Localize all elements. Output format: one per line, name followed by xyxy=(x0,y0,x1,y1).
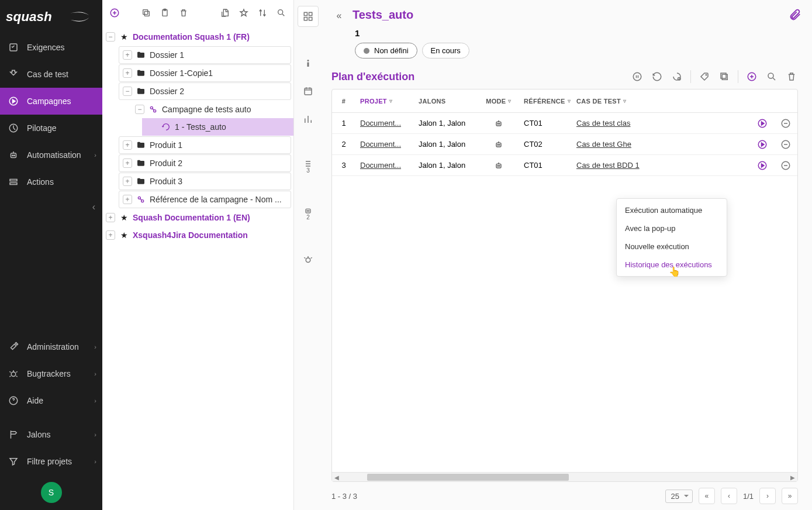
next-page-button[interactable]: › xyxy=(759,488,776,504)
status-running-pill[interactable]: En cours xyxy=(422,43,469,58)
prev-page-button[interactable]: ‹ xyxy=(721,488,737,504)
ctx-auto-execution[interactable]: Exécution automatique xyxy=(617,201,727,219)
col-jalons[interactable]: JALONS xyxy=(414,98,478,105)
paste-button[interactable] xyxy=(158,6,171,19)
delete-button[interactable] xyxy=(785,70,798,83)
table-row[interactable]: 2 Document... Jalon 1, Jalon CT02 Cas de… xyxy=(332,134,797,155)
tree-iteration[interactable]: 1 - Tests_auto xyxy=(142,118,293,136)
collapse-icon[interactable]: − xyxy=(135,105,144,114)
vtab-dashboard[interactable] xyxy=(298,6,319,27)
play-button[interactable] xyxy=(751,139,774,150)
vtab-robot[interactable]: 2 xyxy=(298,202,319,223)
tree-folder[interactable]: + Produit 2 xyxy=(119,154,291,172)
tree-folder[interactable]: + Produit 1 xyxy=(119,136,291,154)
col-index[interactable]: # xyxy=(332,98,355,105)
nav-cas-de-test[interactable]: Cas de test xyxy=(0,61,102,88)
add-button[interactable] xyxy=(108,6,121,19)
tree-campaign[interactable]: − Campagne de tests auto xyxy=(132,101,293,118)
tree-folder[interactable]: + Dossier 1-Copie1 xyxy=(119,64,291,82)
ctx-popup-execution[interactable]: Avec la pop-up xyxy=(617,219,727,237)
add-test-button[interactable] xyxy=(745,70,758,83)
tree-folder[interactable]: + Dossier 1 xyxy=(119,46,291,64)
tree-project[interactable]: + ★ Xsquash4Jira Documentation xyxy=(102,226,293,244)
vtab-list[interactable]: 3 xyxy=(298,156,319,177)
first-page-button[interactable]: « xyxy=(699,488,715,504)
project-link[interactable]: Document... xyxy=(360,140,401,149)
scroll-left-icon[interactable]: ◀ xyxy=(332,473,341,482)
remove-button[interactable] xyxy=(774,139,797,150)
expand-icon[interactable]: + xyxy=(123,50,132,60)
testcase-link[interactable]: Cas de test Ghe xyxy=(576,140,631,149)
remove-button[interactable] xyxy=(774,118,797,129)
favorite-button[interactable] xyxy=(237,6,250,19)
nav-aide[interactable]: Aide› xyxy=(0,387,102,414)
nav-jalons[interactable]: Jalons› xyxy=(0,421,102,448)
search-button[interactable] xyxy=(765,70,778,83)
filter-icon[interactable]: ▿ xyxy=(568,98,571,104)
copy-button[interactable] xyxy=(140,6,153,19)
vtab-calendar[interactable] xyxy=(298,81,319,102)
tree-campaign-ref[interactable]: + Référence de la campagne - Nom ... xyxy=(119,191,291,208)
testcase-link[interactable]: Cas de test BDD 1 xyxy=(576,161,640,170)
vtab-info[interactable] xyxy=(298,53,319,74)
nav-filtre-projets[interactable]: Filtre projets› xyxy=(0,448,102,475)
collapse-sidebar[interactable]: ‹ xyxy=(0,195,102,219)
status-undefined-pill[interactable]: Non défini xyxy=(355,43,417,58)
remove-button[interactable] xyxy=(774,160,797,171)
search-button[interactable] xyxy=(275,6,288,19)
play-button[interactable] xyxy=(751,118,774,129)
ctx-new-execution[interactable]: Nouvelle exécution xyxy=(617,237,727,256)
attachment-button[interactable] xyxy=(789,8,801,21)
page-size-select[interactable]: 25 xyxy=(665,490,692,503)
export-button[interactable] xyxy=(219,6,231,19)
col-project[interactable]: PROJET▿ xyxy=(355,98,414,105)
logo[interactable]: squash xyxy=(0,0,102,34)
table-row[interactable]: 3 Document... Jalon 1, Jalon CT01 Cas de… xyxy=(332,155,797,176)
history-button[interactable] xyxy=(651,70,664,83)
avatar[interactable]: S xyxy=(41,482,62,503)
tree-folder[interactable]: + Produit 3 xyxy=(119,173,291,190)
expand-icon[interactable]: + xyxy=(123,140,132,150)
expand-icon[interactable]: + xyxy=(123,177,132,186)
pause-button[interactable] xyxy=(631,70,644,83)
project-link[interactable]: Document... xyxy=(360,161,401,170)
testcase-link[interactable]: Cas de test clas xyxy=(576,119,631,128)
sort-button[interactable] xyxy=(256,6,269,19)
nav-automatisation[interactable]: Automatisation› xyxy=(0,142,102,168)
ctx-history[interactable]: Historique des exécutions xyxy=(617,256,727,274)
scroll-thumb[interactable] xyxy=(367,474,569,481)
back-button[interactable]: « xyxy=(331,8,347,23)
nav-campagnes[interactable]: Campagnes xyxy=(0,88,102,115)
tag-button[interactable] xyxy=(698,70,711,83)
horizontal-scrollbar[interactable]: ◀ ▶ xyxy=(332,472,797,481)
tree-project[interactable]: − ★ Documentation Squash 1 (FR) xyxy=(102,28,293,46)
col-mode[interactable]: MODE▿ xyxy=(478,98,519,105)
project-link[interactable]: Document... xyxy=(360,119,401,128)
collapse-icon[interactable]: − xyxy=(123,87,132,96)
expand-icon[interactable]: + xyxy=(106,213,115,222)
vtab-stats[interactable] xyxy=(298,109,319,130)
expand-icon[interactable]: + xyxy=(123,158,132,168)
scroll-right-icon[interactable]: ▶ xyxy=(788,473,797,482)
tree-project[interactable]: + ★ Squash Documentation 1 (EN) xyxy=(102,209,293,226)
tree-folder[interactable]: − Dossier 2 xyxy=(119,82,291,100)
delete-button[interactable] xyxy=(177,6,190,19)
nav-exigences[interactable]: Exigences xyxy=(0,34,102,61)
play-button[interactable] xyxy=(751,160,774,171)
nav-actions[interactable]: Actions xyxy=(0,168,102,195)
table-row[interactable]: 1 Document... Jalon 1, Jalon CT01 Cas de… xyxy=(332,113,797,134)
expand-icon[interactable]: + xyxy=(123,68,132,78)
collapse-icon[interactable]: − xyxy=(106,32,115,42)
nav-pilotage[interactable]: Pilotage xyxy=(0,115,102,142)
filter-icon[interactable]: ▿ xyxy=(623,98,626,104)
settings-button[interactable] xyxy=(671,70,683,83)
nav-administration[interactable]: Administration› xyxy=(0,333,102,360)
nav-bugtrackers[interactable]: Bugtrackers› xyxy=(0,360,102,387)
copy-all-button[interactable] xyxy=(718,70,731,83)
filter-icon[interactable]: ▿ xyxy=(389,98,392,104)
vtab-bug[interactable] xyxy=(298,249,319,270)
col-reference[interactable]: RÉFÉRENCE▿ xyxy=(519,98,572,105)
last-page-button[interactable]: » xyxy=(782,488,798,504)
expand-icon[interactable]: + xyxy=(106,230,115,240)
expand-icon[interactable]: + xyxy=(123,195,132,204)
